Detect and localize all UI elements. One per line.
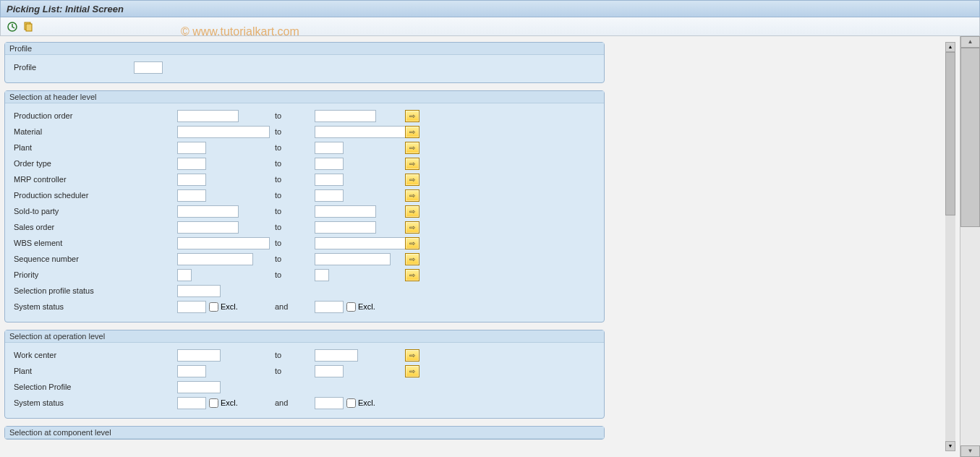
row-selection-profile-op: Selection Profile bbox=[12, 379, 597, 395]
input-sold-to-party-to[interactable] bbox=[315, 205, 376, 218]
multiselect-plant[interactable]: ⇨ bbox=[405, 142, 419, 154]
label-order-type: Order type bbox=[12, 159, 177, 168]
row-production-order: Production order to ⇨ bbox=[12, 108, 597, 124]
input-system-status-1-op[interactable] bbox=[177, 397, 206, 409]
input-sales-order-from[interactable] bbox=[177, 221, 239, 234]
input-plant-op-from[interactable] bbox=[177, 365, 206, 377]
label-to: to bbox=[275, 159, 315, 168]
svg-rect-2 bbox=[26, 24, 32, 31]
checkbox-excl-1-header[interactable] bbox=[209, 302, 218, 312]
label-production-order: Production order bbox=[12, 111, 177, 120]
group-title-header: Selection at header level bbox=[5, 91, 604, 103]
input-order-type-to[interactable] bbox=[315, 158, 344, 170]
input-selection-profile-op[interactable] bbox=[177, 381, 221, 393]
inner-scroll-thumb[interactable] bbox=[945, 52, 955, 215]
outer-scroll-down-icon[interactable]: ▼ bbox=[960, 445, 980, 457]
input-priority-from[interactable] bbox=[177, 269, 192, 281]
label-to: to bbox=[275, 111, 315, 120]
outer-scroll-up-icon[interactable]: ▲ bbox=[960, 36, 980, 48]
execute-icon[interactable] bbox=[7, 21, 18, 33]
row-profile: Profile bbox=[12, 59, 597, 75]
multiselect-plant-op[interactable]: ⇨ bbox=[405, 365, 419, 377]
inner-scrollbar[interactable]: ▲ ▼ bbox=[945, 42, 955, 451]
page-title: Picking List: Initial Screen bbox=[7, 4, 124, 14]
row-wbs-element: WBS element to ⇨ bbox=[12, 235, 597, 251]
checkbox-excl-2-op[interactable] bbox=[346, 398, 356, 408]
label-and: and bbox=[275, 398, 315, 407]
label-excl: Excl. bbox=[358, 302, 375, 311]
row-plant-op: Plant to ⇨ bbox=[12, 363, 597, 379]
input-wbs-element-from[interactable] bbox=[177, 237, 270, 249]
input-system-status-1-header[interactable] bbox=[177, 301, 206, 313]
label-work-center: Work center bbox=[12, 351, 177, 359]
content-area: Profile Profile Selection at header leve… bbox=[0, 36, 960, 457]
label-production-scheduler: Production scheduler bbox=[12, 191, 177, 200]
multiselect-production-scheduler[interactable]: ⇨ bbox=[405, 189, 419, 202]
input-production-scheduler-from[interactable] bbox=[177, 189, 206, 202]
group-title-component: Selection at component level bbox=[5, 427, 604, 439]
multiselect-priority[interactable]: ⇨ bbox=[405, 269, 419, 281]
input-sales-order-to[interactable] bbox=[315, 221, 376, 234]
input-mrp-controller-from[interactable] bbox=[177, 174, 206, 186]
input-profile[interactable] bbox=[134, 61, 163, 74]
label-excl: Excl. bbox=[358, 398, 375, 407]
label-sold-to-party: Sold-to party bbox=[12, 207, 177, 215]
input-plant-from[interactable] bbox=[177, 142, 206, 154]
label-wbs-element: WBS element bbox=[12, 239, 177, 247]
application-toolbar bbox=[0, 17, 980, 36]
group-profile: Profile Profile bbox=[4, 42, 605, 83]
label-profile: Profile bbox=[12, 63, 134, 72]
multiselect-work-center[interactable]: ⇨ bbox=[405, 349, 419, 362]
multiselect-sales-order[interactable]: ⇨ bbox=[405, 221, 419, 234]
checkbox-excl-1-op[interactable] bbox=[209, 398, 218, 408]
row-system-status-op: System status Excl. and Excl. bbox=[12, 395, 597, 411]
row-sold-to-party: Sold-to party to ⇨ bbox=[12, 203, 597, 219]
group-title-profile: Profile bbox=[5, 43, 604, 55]
multiselect-wbs-element[interactable]: ⇨ bbox=[405, 237, 419, 249]
input-mrp-controller-to[interactable] bbox=[315, 174, 344, 186]
multiselect-order-type[interactable]: ⇨ bbox=[405, 158, 419, 170]
label-selection-profile-op: Selection Profile bbox=[12, 383, 177, 391]
label-to: to bbox=[275, 255, 315, 263]
input-plant-to[interactable] bbox=[315, 142, 344, 154]
variants-icon[interactable] bbox=[22, 21, 34, 33]
multiselect-sequence-number[interactable]: ⇨ bbox=[405, 253, 419, 265]
input-order-type-from[interactable] bbox=[177, 158, 206, 170]
multiselect-material[interactable]: ⇨ bbox=[405, 126, 419, 138]
outer-scrollbar[interactable]: ▲ ▼ bbox=[960, 36, 980, 457]
label-to: to bbox=[275, 270, 315, 279]
outer-scroll-thumb[interactable] bbox=[960, 48, 980, 227]
input-sold-to-party-from[interactable] bbox=[177, 205, 239, 218]
input-system-status-2-header[interactable] bbox=[315, 301, 344, 313]
group-component-level: Selection at component level bbox=[4, 426, 605, 440]
label-excl: Excl. bbox=[221, 302, 238, 311]
input-wbs-element-to[interactable] bbox=[315, 237, 407, 249]
label-to: to bbox=[275, 143, 315, 152]
multiselect-sold-to-party[interactable]: ⇨ bbox=[405, 205, 419, 218]
input-production-scheduler-to[interactable] bbox=[315, 189, 344, 202]
input-sequence-number-from[interactable] bbox=[177, 253, 253, 265]
checkbox-excl-2-header[interactable] bbox=[346, 302, 356, 312]
outer-scroll-track[interactable] bbox=[960, 48, 980, 445]
input-production-order-to[interactable] bbox=[315, 110, 376, 122]
input-priority-to[interactable] bbox=[315, 269, 329, 281]
multiselect-mrp-controller[interactable]: ⇨ bbox=[405, 174, 419, 186]
input-material-to[interactable] bbox=[315, 126, 407, 138]
group-header-level: Selection at header level Production ord… bbox=[4, 90, 605, 323]
label-material: Material bbox=[12, 127, 177, 136]
input-material-from[interactable] bbox=[177, 126, 270, 138]
row-order-type: Order type to ⇨ bbox=[12, 155, 597, 171]
inner-scroll-down-icon[interactable]: ▼ bbox=[945, 441, 955, 451]
inner-scroll-up-icon[interactable]: ▲ bbox=[945, 42, 955, 52]
label-to: to bbox=[275, 207, 315, 215]
row-material: Material to ⇨ bbox=[12, 124, 597, 140]
input-plant-op-to[interactable] bbox=[315, 365, 344, 377]
input-work-center-from[interactable] bbox=[177, 349, 221, 362]
label-plant-op: Plant bbox=[12, 367, 177, 375]
input-production-order-from[interactable] bbox=[177, 110, 239, 122]
input-work-center-to[interactable] bbox=[315, 349, 358, 362]
multiselect-production-order[interactable]: ⇨ bbox=[405, 110, 419, 122]
input-selection-profile-status[interactable] bbox=[177, 285, 221, 297]
input-sequence-number-to[interactable] bbox=[315, 253, 391, 265]
input-system-status-2-op[interactable] bbox=[315, 397, 344, 409]
